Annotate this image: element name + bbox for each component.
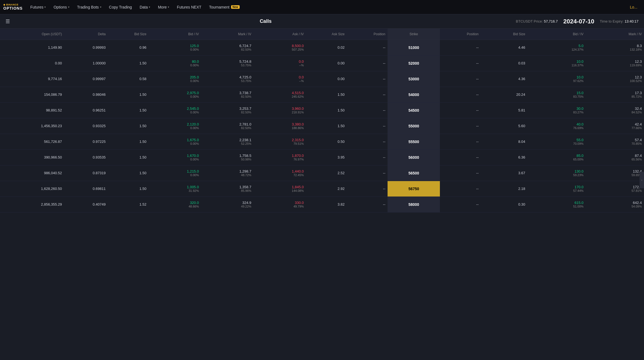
- bid-iv: 2,545.00.00%: [149, 102, 201, 118]
- table-row[interactable]: 98,891.52 0.96251 1.50 2,545.00.00% 3,25…: [0, 102, 644, 118]
- chevron-down-icon: ▾: [44, 6, 46, 9]
- position-l: --: [347, 40, 388, 55]
- position-l: --: [347, 197, 388, 212]
- btc-price-label: BTCUSDT Price:: [516, 19, 543, 23]
- table-row[interactable]: 1,456,350.23 0.93325 1.50 2,120.00.00% 2…: [0, 118, 644, 134]
- ask-size: 3.95: [306, 149, 347, 165]
- bid-iv: 2,120.00.00%: [149, 118, 201, 134]
- bid-size-r: 5.81: [481, 102, 527, 118]
- price-info: BTCUSDT Price: 57,716.7 2024-07-10 Time …: [516, 18, 638, 25]
- nav-more[interactable]: More ▾: [155, 3, 172, 11]
- header-delta: Delta: [64, 29, 108, 40]
- bid-size: 1.50: [108, 149, 148, 165]
- nav-futures-next[interactable]: Futures NEXT: [174, 3, 205, 11]
- open-usdt: 390,966.50: [0, 149, 64, 165]
- table-row[interactable]: 986,040.52 0.87319 1.50 1,215.00.00% 1,2…: [0, 165, 644, 181]
- nav-tournament[interactable]: Tournament New: [206, 3, 243, 11]
- position-l: --: [347, 71, 388, 87]
- nav-trading-bots[interactable]: Trading Bots ▾: [74, 3, 105, 11]
- bid-iv-r: 40.076.69%: [527, 118, 586, 134]
- table-row[interactable]: 154,086.79 0.98046 1.50 2,975.00.00% 3,7…: [0, 87, 644, 102]
- bid-iv: 205.00.00%: [149, 71, 201, 87]
- header-bid-size-r: Bid Size: [481, 29, 527, 40]
- scroll-indicator[interactable]: ›: [640, 172, 644, 188]
- ask-iv: 3,960.0218.91%: [253, 102, 306, 118]
- table-row[interactable]: 1,628,260.50 0.69811 1.50 1,005.031.92% …: [0, 181, 644, 197]
- position-l: --: [347, 134, 388, 149]
- strike: 53000: [388, 71, 440, 87]
- nav-data[interactable]: Data ▾: [136, 3, 154, 11]
- bid-iv: 80.00.00%: [149, 55, 201, 71]
- mark-iv-r: 87.465.56%: [586, 149, 644, 165]
- bid-size-r: 3.67: [481, 165, 527, 181]
- bid-iv: 2,975.00.00%: [149, 87, 201, 102]
- delta: 0.69811: [64, 181, 108, 197]
- mark-iv: 2,238.152.25%: [201, 134, 253, 149]
- position-r: --: [440, 71, 481, 87]
- chevron-down-icon: ▾: [168, 6, 169, 9]
- bid-iv: 125.00.00%: [149, 40, 201, 55]
- mark-iv-r: 8.3132.18%: [586, 40, 644, 55]
- mark-iv: 2,781.082.50%: [201, 118, 253, 134]
- nav-futures[interactable]: Futures ▾: [27, 3, 49, 11]
- table-row[interactable]: 561,726.87 0.97225 1.50 1,675.00.00% 2,2…: [0, 134, 644, 149]
- btc-price-value: 57,716.7: [544, 19, 558, 23]
- menu-icon[interactable]: ☰: [6, 18, 10, 24]
- table-row[interactable]: 390,966.50 0.93535 1.50 1,670.00.00% 1,7…: [0, 149, 644, 165]
- nav-login[interactable]: Lo...: [627, 3, 641, 11]
- bid-iv-r: 10.0116.37%: [527, 55, 586, 71]
- bid-size-r: 4.46: [481, 40, 527, 55]
- page-title: Calls: [15, 18, 516, 24]
- mark-iv: 6,724.782.50%: [201, 40, 253, 55]
- table-row[interactable]: 9,774.16 0.99997 0.58 205.00.00% 4,725.0…: [0, 71, 644, 87]
- mark-iv: 324.949.22%: [201, 197, 253, 212]
- delta: 0.99997: [64, 71, 108, 87]
- mark-iv: 4,725.053.75%: [201, 71, 253, 87]
- bid-iv: 1,215.00.00%: [149, 165, 201, 181]
- position-r: --: [440, 55, 481, 71]
- new-badge: New: [231, 5, 240, 9]
- bid-iv: 1,675.00.00%: [149, 134, 201, 149]
- ask-size: 2.52: [306, 165, 347, 181]
- nav-copy-trading[interactable]: Copy Trading: [106, 3, 135, 11]
- bid-size: 1.50: [108, 165, 148, 181]
- bid-iv: 1,005.031.92%: [149, 181, 201, 197]
- table-row[interactable]: 2,856,355.29 0.40749 1.52 320.048.66% 32…: [0, 197, 644, 212]
- header-bid-iv: Bid / IV: [149, 29, 201, 40]
- bid-iv-r: 55.070.09%: [527, 134, 586, 149]
- position-r: --: [440, 181, 481, 197]
- date-display: 2024-07-10: [563, 18, 594, 25]
- position-r: --: [440, 118, 481, 134]
- bid-size-r: 6.36: [481, 149, 527, 165]
- bid-iv-r: 10.097.62%: [527, 71, 586, 87]
- header-bid-size: Bid Size: [108, 29, 148, 40]
- open-usdt: 154,086.79: [0, 87, 64, 102]
- chevron-down-icon: ▾: [149, 6, 150, 9]
- header-position-r: Position: [440, 29, 481, 40]
- ask-size: 1.50: [306, 87, 347, 102]
- table-row[interactable]: 1,149.90 0.99993 0.96 125.00.00% 6,724.7…: [0, 40, 644, 55]
- strike: 55500: [388, 134, 440, 149]
- open-usdt: 98,891.52: [0, 102, 64, 118]
- mark-iv-r: 32.484.52%: [586, 102, 644, 118]
- ask-size: 0.02: [306, 40, 347, 55]
- mark-iv: 5,724.853.75%: [201, 55, 253, 71]
- ask-size: 2.92: [306, 181, 347, 197]
- position-l: --: [347, 102, 388, 118]
- logo[interactable]: ◆ BINANCE OPTIONS: [3, 4, 23, 10]
- bid-iv-r: 5.0124.37%: [527, 40, 586, 55]
- open-usdt: 2,856,355.29: [0, 197, 64, 212]
- mark-iv: 1,298.748.72%: [201, 165, 253, 181]
- bid-size: 1.50: [108, 102, 148, 118]
- position-r: --: [440, 87, 481, 102]
- strike: 55000: [388, 118, 440, 134]
- navbar: ◆ BINANCE OPTIONS Futures ▾ Options ▾ Tr…: [0, 0, 644, 14]
- open-usdt: 9,774.16: [0, 71, 64, 87]
- nav-options[interactable]: Options ▾: [50, 3, 72, 11]
- bid-iv: 1,670.00.00%: [149, 149, 201, 165]
- table-row[interactable]: 0.00 1.00000 1.50 80.00.00% 5,724.853.75…: [0, 55, 644, 71]
- delta: 0.98046: [64, 87, 108, 102]
- mark-iv-r: 12.3100.52%: [586, 71, 644, 87]
- bid-iv-r: 615.051.00%: [527, 197, 586, 212]
- strike: 56750: [388, 181, 440, 197]
